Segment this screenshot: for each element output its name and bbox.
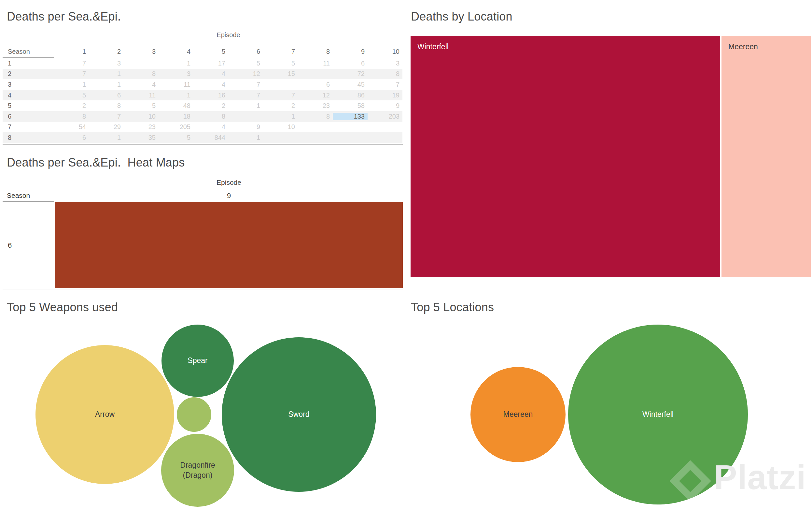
table-cell[interactable]: 6: [89, 91, 124, 99]
table-cell[interactable]: 23: [124, 123, 158, 131]
table-cell[interactable]: 9: [228, 123, 263, 131]
table-cell[interactable]: 1: [54, 81, 89, 88]
table-cell[interactable]: 1: [89, 134, 124, 141]
table-cell[interactable]: 5: [158, 134, 194, 141]
table-cell[interactable]: 11: [298, 60, 333, 67]
table-cell[interactable]: 4: [194, 81, 228, 88]
table-cell[interactable]: 4: [124, 81, 158, 88]
heatmap-season-value[interactable]: 6: [8, 241, 12, 250]
bubble-dragonfire[interactable]: Dragonfire (Dragon): [161, 434, 234, 507]
table-cell[interactable]: 8: [89, 102, 124, 109]
column-header-episode-1[interactable]: 1: [54, 48, 89, 55]
table-cell[interactable]: 86: [333, 91, 368, 99]
table-cell[interactable]: 19: [368, 91, 402, 99]
column-header-episode-6[interactable]: 6: [228, 48, 263, 55]
row-header-season[interactable]: 3: [3, 81, 54, 88]
table-cell[interactable]: 11: [158, 81, 194, 88]
table-cell[interactable]: 7: [89, 113, 124, 120]
table-cell[interactable]: 6: [298, 81, 333, 88]
table-cell[interactable]: 29: [89, 123, 124, 131]
table-cell[interactable]: 5: [228, 60, 263, 67]
table-cell[interactable]: 10: [263, 123, 298, 131]
row-header-season[interactable]: 7: [3, 123, 54, 131]
table-scrollbar[interactable]: [3, 144, 403, 145]
table-cell[interactable]: 5: [124, 102, 158, 109]
table-cell[interactable]: 844: [194, 134, 228, 141]
table-cell[interactable]: 6: [333, 60, 368, 67]
table-cell[interactable]: 7: [228, 81, 263, 88]
heatmap-cell[interactable]: [55, 202, 403, 288]
bubble-meereen[interactable]: Meereen: [470, 367, 566, 462]
table-cell[interactable]: 10: [124, 113, 158, 120]
column-header-episode-8[interactable]: 8: [298, 48, 333, 55]
table-cell[interactable]: 8: [298, 113, 333, 120]
table-cell[interactable]: 45: [333, 81, 368, 88]
column-header-episode-9[interactable]: 9: [333, 48, 368, 55]
column-header-episode-7[interactable]: 7: [263, 48, 298, 55]
table-cell[interactable]: 203: [368, 113, 402, 120]
table-cell[interactable]: 6: [54, 134, 89, 141]
table-cell[interactable]: 18: [158, 113, 194, 120]
table-cell[interactable]: 7: [54, 70, 89, 78]
table-cell[interactable]: 7: [228, 91, 263, 99]
table-cell-highlighted[interactable]: 133: [333, 113, 368, 120]
table-cell[interactable]: 16: [194, 91, 228, 99]
row-header-season[interactable]: 2: [3, 70, 54, 78]
table-cell[interactable]: 72: [333, 70, 368, 78]
table-cell[interactable]: 1: [228, 134, 263, 141]
treemap-block-winterfell[interactable]: Winterfell: [411, 36, 720, 277]
table-cell[interactable]: 8: [194, 113, 228, 120]
treemap-block-meereen[interactable]: Meereen: [722, 36, 811, 277]
table-cell[interactable]: 15: [263, 70, 298, 78]
table-cell[interactable]: 3: [89, 60, 124, 67]
table-cell[interactable]: 7: [263, 91, 298, 99]
table-cell[interactable]: 1: [263, 113, 298, 120]
row-header-season[interactable]: 1: [3, 60, 54, 67]
table-cell[interactable]: 17: [194, 60, 228, 67]
table-cell[interactable]: 35: [124, 134, 158, 141]
table-cell[interactable]: 205: [158, 123, 194, 131]
heatmap-episode-value[interactable]: 9: [55, 192, 403, 200]
column-header-episode-5[interactable]: 5: [194, 48, 228, 55]
table-cell[interactable]: 8: [124, 70, 158, 78]
table-cell[interactable]: 4: [194, 123, 228, 131]
column-header-episode-3[interactable]: 3: [124, 48, 158, 55]
table-cell[interactable]: 1: [228, 102, 263, 109]
table-cell[interactable]: 7: [368, 81, 402, 88]
table-cell[interactable]: 11: [124, 91, 158, 99]
row-header-season[interactable]: 4: [3, 91, 54, 99]
table-cell[interactable]: 48: [158, 102, 194, 109]
column-header-episode-10[interactable]: 10: [368, 48, 402, 55]
bubble-arrow[interactable]: Arrow: [35, 345, 174, 484]
table-cell[interactable]: 2: [194, 102, 228, 109]
table-cell[interactable]: 1: [89, 81, 124, 88]
table-cell[interactable]: 8: [54, 113, 89, 120]
table-cell[interactable]: 2: [263, 102, 298, 109]
column-header-episode-4[interactable]: 4: [158, 48, 194, 55]
table-cell[interactable]: 3: [158, 70, 194, 78]
table-cell[interactable]: 12: [228, 70, 263, 78]
table-cell[interactable]: 4: [194, 70, 228, 78]
table-cell[interactable]: 1: [158, 60, 194, 67]
row-header-season[interactable]: 6: [3, 113, 54, 120]
table-cell[interactable]: 5: [263, 60, 298, 67]
table-cell[interactable]: 5: [54, 91, 89, 99]
table-cell[interactable]: 12: [298, 91, 333, 99]
bubble-spear[interactable]: Spear: [162, 325, 234, 397]
table-cell[interactable]: 58: [333, 102, 368, 109]
table-cell[interactable]: 1: [89, 70, 124, 78]
bubble-unlabeled-weapon[interactable]: [177, 397, 211, 432]
table-row: 311411476457: [3, 79, 402, 90]
bubble-sword[interactable]: Sword: [222, 337, 376, 492]
table-cell[interactable]: 8: [368, 70, 402, 78]
table-cell[interactable]: 3: [368, 60, 402, 67]
table-cell[interactable]: 1: [158, 91, 194, 99]
column-header-episode-2[interactable]: 2: [89, 48, 124, 55]
row-header-season[interactable]: 8: [3, 134, 54, 141]
table-cell[interactable]: 23: [298, 102, 333, 109]
table-cell[interactable]: 7: [54, 60, 89, 67]
row-header-season[interactable]: 5: [3, 102, 54, 109]
table-cell[interactable]: 54: [54, 123, 89, 131]
table-cell[interactable]: 2: [54, 102, 89, 109]
table-cell[interactable]: 9: [368, 102, 402, 109]
